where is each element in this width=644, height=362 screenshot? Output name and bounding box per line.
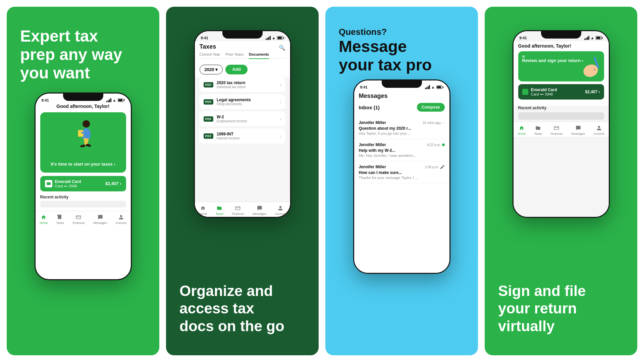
time-1: 9:41 (42, 98, 49, 102)
p4-emerald-amount[interactable]: $2,407 › (585, 89, 600, 94)
taxes-tabs: Current Year Prior Years Documents (200, 52, 285, 59)
nav-home-4[interactable]: Home (518, 125, 526, 135)
svg-rect-10 (81, 132, 84, 133)
nav-finances-4[interactable]: Finances (550, 125, 563, 135)
emerald-card-1[interactable]: Emerald Card Card ••• 3948 $2,407 › (40, 176, 126, 191)
message-list: Jennifer Miller 24 mins ago ✓ Question a… (354, 117, 449, 273)
panel1-headline: Expert taxprep any wayyou want (20, 27, 122, 82)
compose-button[interactable]: Compose (417, 103, 445, 112)
p4-emerald-card[interactable]: Emerald Card Card ••• 3948 $2,407 › (518, 84, 604, 100)
svg-rect-3 (87, 132, 90, 139)
taxes-header: Taxes 🔍 Current Year Prior Years Documen… (195, 41, 290, 61)
search-icon-taxes[interactable]: 🔍 (279, 45, 285, 51)
mic-icon-2: 🎤 (440, 165, 445, 169)
phone-inner-2: 9:41 ▲ Taxes (195, 31, 290, 217)
phone-mockup-3: 9:41 ▲ Messages (353, 79, 450, 274)
doc-info-2: W-2 Employment income (217, 115, 276, 123)
nav-account-4[interactable]: Account (593, 125, 604, 135)
phone-notch-3 (382, 80, 422, 88)
wifi-icon-4: ▲ (591, 36, 594, 40)
svg-rect-11 (76, 216, 81, 219)
signal-icon-4 (584, 36, 589, 40)
bottom-nav-2: Home Taxes Finances (195, 202, 290, 217)
nav-home-1[interactable]: Home (40, 214, 48, 225)
wifi-icon-1: ▲ (113, 98, 116, 102)
phone-mockup-4: 9:41 ▲ Good afternoon, Tayl (513, 30, 610, 218)
doc-item-0[interactable]: PDF 2020 tax return Individual tax retur… (200, 77, 285, 92)
panel-messages: Questions? Messageyour tax pro 9:41 ▲ (325, 7, 478, 355)
start-taxes-card[interactable]: It's time to start on your taxes › (40, 112, 126, 173)
phone-mockup-1: 9:41 ▲ Good afternoon, Taylor! (35, 93, 132, 280)
battery-icon-2 (277, 36, 284, 40)
nav-account-1[interactable]: Account (115, 214, 126, 225)
hand-illustration (581, 54, 601, 76)
tab-documents[interactable]: Documents (249, 52, 269, 59)
review-sign-card[interactable]: ✕ Review and sign your return › (518, 51, 604, 81)
p4-activity-item (518, 112, 604, 120)
p4-emerald-sq-icon (522, 89, 528, 95)
message-item-1[interactable]: Jennifer Miller 9:23 a.m. Help with my W… (354, 139, 449, 161)
battery-icon-3 (436, 85, 443, 89)
p4-greeting: Good afternoon, Taylor! (518, 43, 604, 49)
message-item-2[interactable]: Jennifer Miller 1:06 p.m. 🎤 How can I ma… (354, 161, 449, 183)
nav-finances-2[interactable]: Finances (232, 205, 244, 216)
inbox-row: Inbox (1) Compose (359, 103, 445, 112)
emerald-card-info-1: Emerald Card Card ••• 3948 (55, 179, 81, 188)
messages-icon-1 (97, 214, 104, 221)
nav-messages-1[interactable]: Messages (93, 214, 107, 225)
tab-current-year[interactable]: Current Year (200, 52, 220, 56)
doc-item-1[interactable]: PDF Legal agreements Filing documents › (200, 94, 285, 109)
nav-home-2[interactable]: Home (199, 205, 207, 216)
add-button[interactable]: Add (225, 65, 247, 74)
time-2: 9:41 (201, 36, 208, 40)
account-icon-2 (277, 205, 284, 212)
taxes-icon-4 (535, 125, 541, 131)
close-icon-p4[interactable]: ✕ (522, 54, 526, 59)
nav-taxes-4[interactable]: Taxes (534, 125, 542, 135)
p4-emerald-left: Emerald Card Card ••• 3948 (522, 87, 557, 96)
tab-prior-years[interactable]: Prior Years (225, 52, 244, 56)
messages-icon-2 (256, 205, 263, 212)
nav-taxes-2[interactable]: Taxes (215, 205, 223, 216)
bottom-nav-1: Home Taxes Finances Messages (36, 211, 131, 226)
nav-messages-4[interactable]: Messages (571, 125, 585, 135)
phone1-greeting: Good afternoon, Taylor! (40, 104, 126, 109)
emerald-card-left-1: Emerald Card Card ••• 3948 (45, 179, 81, 188)
p4-header: Good afternoon, Taylor! ✕ (514, 41, 609, 106)
panel-documents: 9:41 ▲ Taxes (166, 7, 319, 355)
nav-taxes-1[interactable]: Taxes (56, 214, 64, 225)
p4-body: Recent activity (514, 106, 609, 122)
phone-inner-3: 9:41 ▲ Messages (354, 80, 449, 273)
unread-dot-1 (442, 143, 445, 146)
review-text[interactable]: Review and sign your return › (522, 58, 584, 64)
phone-body-1: Good afternoon, Taylor! (36, 104, 131, 211)
chevron-right-icon-1: › (280, 99, 281, 105)
emerald-amount-1[interactable]: $2,407 › (105, 181, 121, 186)
pdf-badge-2: PDF (204, 116, 214, 122)
start-taxes-cta[interactable]: It's time to start on your taxes › (51, 162, 115, 167)
wifi-icon-2: ▲ (272, 36, 276, 40)
taxes-title: Taxes (200, 43, 216, 50)
account-icon-4 (596, 125, 602, 131)
message-item-0[interactable]: Jennifer Miller 24 mins ago ✓ Question a… (354, 117, 449, 139)
chevron-right-icon-2: › (280, 116, 281, 122)
home-icon-2 (200, 205, 206, 212)
signal-icon-1 (106, 98, 111, 102)
p4-recent-label: Recent activity (518, 106, 604, 110)
battery-icon-4 (596, 36, 603, 40)
bottom-nav-4: Home Taxes Finances (514, 122, 609, 137)
nav-messages-2[interactable]: Messages (253, 205, 266, 216)
messages-header: Messages Inbox (1) Compose (354, 90, 449, 117)
svg-rect-17 (554, 126, 559, 129)
year-dropdown[interactable]: 2020 ▾ (200, 65, 223, 74)
nav-finances-1[interactable]: Finances (72, 214, 85, 225)
phone-inner-4: 9:41 ▲ Good afternoon, Tayl (514, 31, 609, 217)
panel4-headline: Sign and fileyour returnvirtually (498, 282, 624, 335)
time-3: 9:41 (360, 85, 368, 89)
signal-icon-3 (425, 85, 430, 89)
nav-account-2[interactable]: Account (275, 205, 286, 216)
doc-item-3[interactable]: PDF 1099-INT Interest income › (200, 128, 285, 143)
wifi-icon-3: ▲ (431, 85, 435, 89)
chevron-right-icon-3: › (280, 133, 281, 139)
doc-item-2[interactable]: PDF W-2 Employment income › (200, 111, 285, 126)
